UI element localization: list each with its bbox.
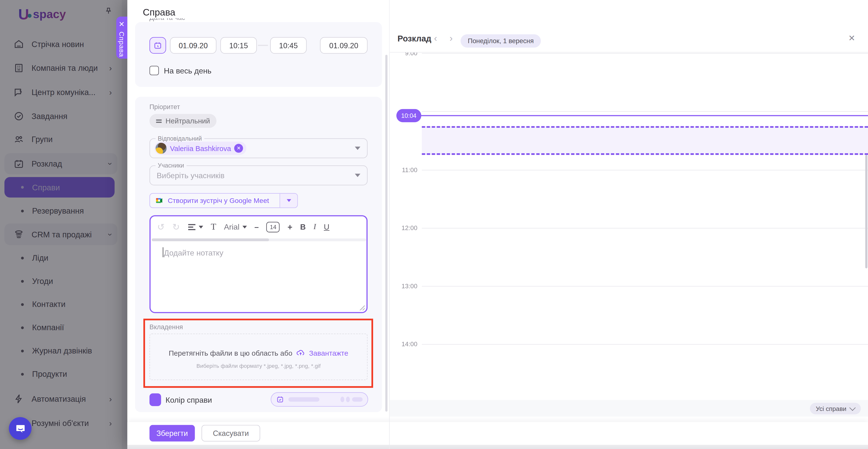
responsible-select[interactable]: Відповідальний Valeriia Bashkirova ✕: [149, 138, 368, 158]
calendar-picker-button[interactable]: [149, 37, 166, 54]
priority-neutral-icon: [156, 118, 161, 124]
skeleton-bar: [288, 397, 319, 402]
drop-text-row: Перетягніть файли в цю область або Заван…: [150, 349, 367, 358]
caret-down-icon: [242, 225, 247, 228]
end-date-input[interactable]: 01.09.20: [320, 37, 368, 54]
resize-handle[interactable]: [359, 305, 365, 310]
font-family-select[interactable]: Arial: [224, 222, 247, 231]
bold-button[interactable]: B: [300, 222, 306, 231]
gridline: [422, 111, 868, 112]
font-size-increase[interactable]: +: [287, 222, 292, 231]
new-event-slot[interactable]: [422, 126, 868, 155]
calendar-check-icon: [276, 396, 284, 404]
participants-label: Учасники: [155, 162, 186, 169]
priority-value: Нейтральний: [165, 117, 210, 125]
file-drop-area[interactable]: Перетягніть файли в цю область або Заван…: [149, 333, 368, 380]
google-meet-label: Створити зустріч у Google Meet: [167, 197, 269, 204]
avatar: [155, 143, 167, 154]
text-style-button[interactable]: T: [211, 222, 216, 232]
prev-day-button[interactable]: ‹: [434, 33, 437, 44]
priority-label: Пріоритет: [149, 103, 180, 110]
schedule-header: Розклад ‹ › Понеділок, 1 вересня ✕: [390, 0, 868, 53]
time-label: 13:00: [390, 283, 417, 289]
schedule-bottom-band: [390, 400, 868, 417]
datetime-panel: [135, 22, 382, 87]
participants-select[interactable]: Учасники Виберіть учасників: [149, 165, 368, 185]
close-icon[interactable]: ✕: [119, 20, 125, 29]
app-root: U spacy Стрічка новин Компанія та люди ›…: [0, 0, 868, 449]
modal-title: Справа: [143, 7, 176, 19]
gridline: [422, 170, 868, 170]
gridline: [422, 286, 868, 287]
current-time-line: [420, 115, 868, 116]
filter-label: Усі справи: [816, 405, 846, 412]
date-chip[interactable]: Понеділок, 1 вересня: [461, 34, 541, 47]
task-color-label: Колір справи: [165, 396, 212, 405]
priority-chip[interactable]: Нейтральний: [149, 114, 217, 128]
datetime-clipped-label: Дата та час: [149, 18, 227, 22]
remove-responsible-icon[interactable]: ✕: [234, 144, 243, 153]
all-day-label: На весь день: [164, 66, 211, 75]
all-day-checkbox[interactable]: [149, 66, 159, 75]
gridline: [422, 344, 868, 345]
skeleton-dot: [340, 397, 344, 402]
google-meet-button[interactable]: Створити зустріч у Google Meet: [149, 193, 298, 208]
meet-dropdown-toggle[interactable]: [279, 194, 297, 207]
schedule-panel: 9:00 10:00 11:00 12:00 13:00 14:00 15:00…: [389, 0, 868, 449]
caret-down-icon: [199, 225, 203, 228]
text-cursor: [163, 247, 163, 257]
italic-button[interactable]: I: [313, 222, 316, 231]
start-date-input[interactable]: 01.09.20: [170, 37, 217, 54]
participants-placeholder: Виберіть учасників: [157, 171, 225, 180]
underline-button[interactable]: U: [324, 222, 330, 231]
skeleton-dot: [346, 397, 350, 402]
file-format-hint: Виберіть файли формату *.jpeg, *.jpg, *.…: [150, 363, 367, 369]
cancel-button[interactable]: Скасувати: [202, 425, 260, 441]
align-icon[interactable]: [188, 223, 203, 230]
redo-icon[interactable]: ↻: [173, 222, 180, 232]
font-size-value[interactable]: 14: [267, 222, 280, 232]
editor-placeholder: Додайте нотатку: [164, 249, 223, 257]
next-day-button[interactable]: ›: [450, 33, 453, 44]
skeleton-bar: [352, 397, 363, 402]
close-schedule-icon[interactable]: ✕: [848, 33, 856, 43]
note-editor[interactable]: ↺ ↻ T Arial – 14 + B I U Додай: [149, 215, 368, 313]
gridline: [422, 228, 868, 228]
filter-all-tasks-chip[interactable]: Усі справи: [810, 403, 861, 414]
dropdown-caret-icon: [355, 147, 361, 150]
attachments-label: Вкладення: [149, 323, 183, 331]
schedule-scrollbar-thumb[interactable]: [865, 155, 868, 268]
task-modal: ✕ Справа Справа Дата та час 01.09.20 10:…: [127, 0, 868, 449]
end-time-input[interactable]: 10:45: [270, 37, 307, 54]
responsible-name: Valeriia Bashkirova: [170, 144, 231, 152]
upload-cloud-icon: [296, 349, 305, 358]
color-skeleton-pill[interactable]: [271, 392, 368, 407]
time-label: 12:00: [390, 224, 417, 231]
current-time-badge: 10:04: [396, 109, 422, 122]
toolbar-scrollbar[interactable]: [152, 238, 366, 241]
modal-side-tab[interactable]: ✕ Справа: [116, 17, 127, 58]
form-scrollbar-thumb[interactable]: [385, 55, 387, 412]
time-label: 11:00: [390, 166, 417, 173]
chat-widget-button[interactable]: [9, 417, 32, 440]
caret-down-icon: [286, 199, 291, 202]
time-range-dash: [258, 45, 268, 46]
undo-icon[interactable]: ↺: [157, 222, 165, 232]
schedule-title: Розклад: [397, 34, 431, 43]
gridline: [422, 53, 868, 54]
responsible-chip[interactable]: Valeriia Bashkirova ✕: [155, 141, 247, 155]
time-label: 14:00: [390, 341, 417, 347]
scrollbar-thumb[interactable]: [152, 238, 269, 241]
start-time-input[interactable]: 10:15: [220, 37, 257, 54]
chat-bubble-icon: [14, 423, 26, 434]
task-color-swatch[interactable]: [149, 393, 161, 406]
chevron-down-icon: [849, 405, 856, 411]
save-button[interactable]: Зберегти: [149, 425, 195, 441]
drop-text: Перетягніть файли в цю область або: [169, 349, 292, 357]
side-tab-label: Справа: [118, 32, 125, 57]
upload-link[interactable]: Завантажте: [309, 349, 348, 357]
editor-toolbar: ↺ ↻ T Arial – 14 + B I U: [151, 216, 367, 237]
google-meet-icon: [155, 196, 163, 204]
dropdown-caret-icon: [355, 174, 361, 177]
font-size-decrease[interactable]: –: [254, 222, 259, 231]
